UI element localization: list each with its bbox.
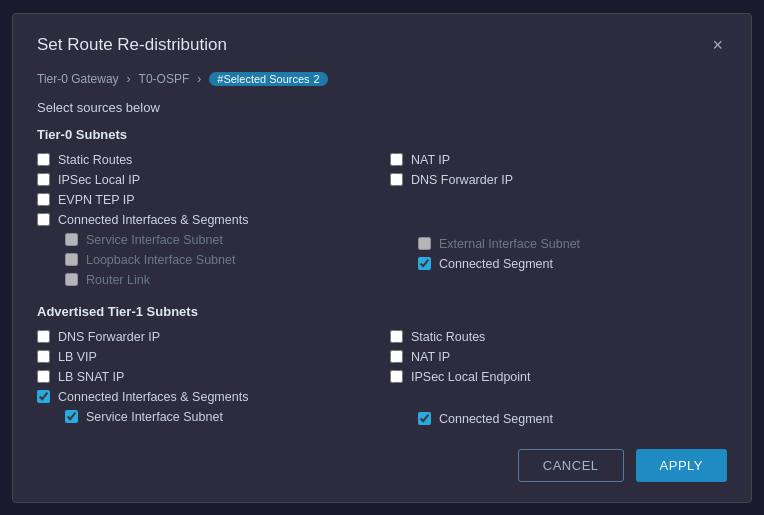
tier0-right-col: NAT IP DNS Forwarder IP External Interfa… bbox=[390, 150, 727, 290]
adv-static-routes-label[interactable]: Static Routes bbox=[411, 330, 485, 344]
selected-sources-badge: #Selected Sources 2 bbox=[209, 72, 327, 86]
adv-tier1-section: Advertised Tier-1 Subnets DNS Forwarder … bbox=[37, 304, 727, 429]
ipsec-local-ip-checkbox[interactable] bbox=[37, 173, 50, 186]
connected-iface-seg-label[interactable]: Connected Interfaces & Segments bbox=[58, 213, 248, 227]
list-item: Loopback Interface Subnet bbox=[37, 250, 374, 270]
nat-ip-checkbox[interactable] bbox=[390, 153, 403, 166]
service-iface-subnet-checkbox[interactable] bbox=[65, 233, 78, 246]
adv-lb-snat-ip-checkbox[interactable] bbox=[37, 370, 50, 383]
adv-lb-snat-ip-label[interactable]: LB SNAT IP bbox=[58, 370, 124, 384]
list-item: LB VIP bbox=[37, 347, 374, 367]
evpn-tep-ip-label[interactable]: EVPN TEP IP bbox=[58, 193, 135, 207]
evpn-tep-ip-checkbox[interactable] bbox=[37, 193, 50, 206]
adv-tier1-grid: DNS Forwarder IP LB VIP LB SNAT IP Conne… bbox=[37, 327, 727, 429]
static-routes-checkbox[interactable] bbox=[37, 153, 50, 166]
tier0-label: Tier-0 Gateway bbox=[37, 72, 119, 86]
list-item: IPSec Local Endpoint bbox=[390, 367, 727, 387]
list-item: Connected Segment bbox=[390, 254, 727, 274]
router-link-checkbox[interactable] bbox=[65, 273, 78, 286]
router-link-label[interactable]: Router Link bbox=[86, 273, 150, 287]
breadcrumb-sep2: › bbox=[197, 72, 201, 86]
breadcrumb-sep1: › bbox=[127, 72, 131, 86]
adv-dns-forwarder-ip-checkbox[interactable] bbox=[37, 330, 50, 343]
adv-ipsec-local-endpoint-checkbox[interactable] bbox=[390, 370, 403, 383]
list-item: LB SNAT IP bbox=[37, 367, 374, 387]
apply-button[interactable]: APPLY bbox=[636, 449, 727, 482]
nat-ip-label[interactable]: NAT IP bbox=[411, 153, 450, 167]
badge-label: #Selected Sources bbox=[217, 73, 309, 85]
external-iface-subnet-label[interactable]: External Interface Subnet bbox=[439, 237, 580, 251]
list-item: Connected Segment bbox=[390, 409, 727, 429]
ipsec-local-ip-label[interactable]: IPSec Local IP bbox=[58, 173, 140, 187]
adv-ipsec-local-endpoint-label[interactable]: IPSec Local Endpoint bbox=[411, 370, 531, 384]
adv-service-iface-subnet-checkbox[interactable] bbox=[65, 410, 78, 423]
adv-connected-iface-seg-label[interactable]: Connected Interfaces & Segments bbox=[58, 390, 248, 404]
list-item: EVPN TEP IP bbox=[37, 190, 374, 210]
list-item: Static Routes bbox=[390, 327, 727, 347]
adv-lb-vip-checkbox[interactable] bbox=[37, 350, 50, 363]
list-item: DNS Forwarder IP bbox=[37, 327, 374, 347]
list-item: Service Interface Subnet bbox=[37, 407, 374, 427]
list-item: Router Link bbox=[37, 270, 374, 290]
tier0-left-col: Static Routes IPSec Local IP EVPN TEP IP… bbox=[37, 150, 374, 290]
adv-lb-vip-label[interactable]: LB VIP bbox=[58, 350, 97, 364]
adv-tier1-section-title: Advertised Tier-1 Subnets bbox=[37, 304, 727, 319]
dns-forwarder-ip-checkbox[interactable] bbox=[390, 173, 403, 186]
cancel-button[interactable]: CANCEL bbox=[518, 449, 624, 482]
loopback-iface-subnet-label[interactable]: Loopback Interface Subnet bbox=[86, 253, 235, 267]
static-routes-label[interactable]: Static Routes bbox=[58, 153, 132, 167]
badge-count: 2 bbox=[314, 73, 320, 85]
adv-connected-segment-label[interactable]: Connected Segment bbox=[439, 412, 553, 426]
adv-connected-iface-seg-checkbox[interactable] bbox=[37, 390, 50, 403]
spacer bbox=[390, 212, 727, 234]
list-item: Service Interface Subnet bbox=[37, 230, 374, 250]
spacer bbox=[390, 190, 727, 212]
tier0-section-title: Tier-0 Subnets bbox=[37, 127, 727, 142]
loopback-iface-subnet-checkbox[interactable] bbox=[65, 253, 78, 266]
list-item: DNS Forwarder IP bbox=[390, 170, 727, 190]
modal-footer: CANCEL APPLY bbox=[37, 449, 727, 482]
list-item: Connected Interfaces & Segments bbox=[37, 210, 374, 230]
adv-service-iface-subnet-label[interactable]: Service Interface Subnet bbox=[86, 410, 223, 424]
adv-dns-forwarder-ip-label[interactable]: DNS Forwarder IP bbox=[58, 330, 160, 344]
tier0-subnets-grid: Static Routes IPSec Local IP EVPN TEP IP… bbox=[37, 150, 727, 290]
breadcrumb: Tier-0 Gateway › T0-OSPF › #Selected Sou… bbox=[37, 72, 727, 86]
close-button[interactable]: × bbox=[708, 34, 727, 56]
modal-title: Set Route Re-distribution bbox=[37, 35, 227, 55]
connected-segment-checkbox[interactable] bbox=[418, 257, 431, 270]
service-iface-subnet-label[interactable]: Service Interface Subnet bbox=[86, 233, 223, 247]
ospf-label: T0-OSPF bbox=[139, 72, 190, 86]
adv-tier1-right-col: Static Routes NAT IP IPSec Local Endpoin… bbox=[390, 327, 727, 429]
adv-nat-ip-label[interactable]: NAT IP bbox=[411, 350, 450, 364]
connected-segment-label[interactable]: Connected Segment bbox=[439, 257, 553, 271]
list-item: NAT IP bbox=[390, 150, 727, 170]
external-iface-subnet-checkbox[interactable] bbox=[418, 237, 431, 250]
adv-connected-segment-checkbox[interactable] bbox=[418, 412, 431, 425]
list-item: Static Routes bbox=[37, 150, 374, 170]
list-item: External Interface Subnet bbox=[390, 234, 727, 254]
set-route-redistribution-modal: Set Route Re-distribution × Tier-0 Gatew… bbox=[12, 13, 752, 503]
list-item: NAT IP bbox=[390, 347, 727, 367]
select-sources-label: Select sources below bbox=[37, 100, 727, 115]
connected-iface-seg-checkbox[interactable] bbox=[37, 213, 50, 226]
adv-tier1-left-col: DNS Forwarder IP LB VIP LB SNAT IP Conne… bbox=[37, 327, 374, 429]
spacer bbox=[390, 387, 727, 409]
dns-forwarder-ip-label[interactable]: DNS Forwarder IP bbox=[411, 173, 513, 187]
list-item: Connected Interfaces & Segments bbox=[37, 387, 374, 407]
adv-nat-ip-checkbox[interactable] bbox=[390, 350, 403, 363]
list-item: IPSec Local IP bbox=[37, 170, 374, 190]
modal-header: Set Route Re-distribution × bbox=[37, 34, 727, 56]
adv-static-routes-checkbox[interactable] bbox=[390, 330, 403, 343]
